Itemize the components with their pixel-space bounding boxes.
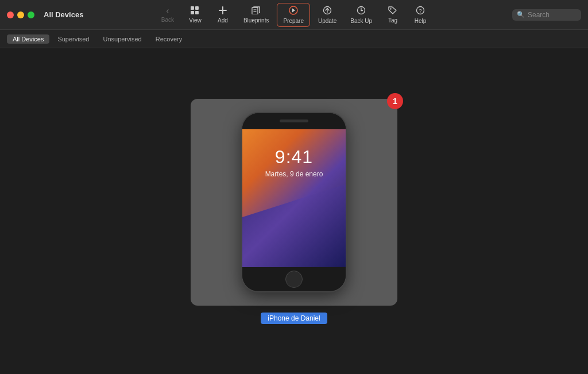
toolbar: ‹ Back View Add xyxy=(155,3,433,27)
device-badge: 1 xyxy=(387,93,403,109)
iphone-illustration: 9:41 Martes, 9 de enero xyxy=(242,113,346,291)
prepare-label: Prepare xyxy=(283,18,304,24)
add-icon xyxy=(219,6,227,16)
filter-all-devices[interactable]: All Devices xyxy=(7,34,49,44)
maximize-button[interactable] xyxy=(28,11,34,18)
add-button[interactable]: Add xyxy=(210,4,235,26)
minimize-button[interactable] xyxy=(17,11,24,18)
lock-date: Martes, 9 de enero xyxy=(265,170,323,178)
help-button[interactable]: ? Help xyxy=(408,3,433,26)
traffic-lights xyxy=(7,11,34,18)
blueprints-icon xyxy=(252,6,261,16)
prepare-button[interactable]: Prepare xyxy=(277,3,310,27)
add-label: Add xyxy=(218,17,228,24)
update-button[interactable]: Update xyxy=(312,3,342,26)
back-label: Back xyxy=(161,17,174,23)
iphone-top xyxy=(242,113,346,129)
help-icon: ? xyxy=(416,6,425,17)
screen-wallpaper: 9:41 Martes, 9 de enero xyxy=(242,129,346,267)
backup-button[interactable]: Back Up xyxy=(345,3,378,26)
view-label: View xyxy=(189,17,202,24)
svg-rect-3 xyxy=(195,11,199,14)
help-label: Help xyxy=(415,18,427,24)
update-icon xyxy=(323,6,332,17)
window-title: All Devices xyxy=(44,10,83,19)
svg-text:?: ? xyxy=(419,8,422,14)
blueprints-label: Blueprints xyxy=(243,17,269,24)
filter-unsupervised[interactable]: Unsupervised xyxy=(97,34,147,44)
tag-label: Tag xyxy=(388,17,397,24)
lock-time: 9:41 xyxy=(275,146,313,168)
tag-button[interactable]: Tag xyxy=(380,4,405,26)
main-content: 1 9:41 Martes, 9 de enero xyxy=(0,48,588,374)
back-icon: ‹ xyxy=(166,6,169,16)
home-button xyxy=(285,271,303,288)
prepare-icon xyxy=(289,6,298,17)
search-icon: 🔍 xyxy=(517,11,525,18)
view-icon xyxy=(191,6,200,16)
iphone-speaker xyxy=(280,119,308,122)
svg-point-15 xyxy=(390,8,391,9)
titlebar: All Devices ‹ Back View xyxy=(0,0,588,30)
svg-rect-2 xyxy=(191,11,194,14)
wallpaper-shape xyxy=(242,184,346,267)
device-wrapper: 1 9:41 Martes, 9 de enero xyxy=(191,99,397,324)
iphone-bottom xyxy=(242,267,346,291)
filter-bar: All Devices Supervised Unsupervised Reco… xyxy=(0,30,588,48)
view-button[interactable]: View xyxy=(183,4,208,26)
device-label[interactable]: iPhone de Daniel xyxy=(261,313,327,324)
tag-icon xyxy=(388,6,397,16)
back-button[interactable]: ‹ Back xyxy=(155,4,180,25)
filter-recovery[interactable]: Recovery xyxy=(150,34,188,44)
close-button[interactable] xyxy=(7,11,14,18)
svg-rect-1 xyxy=(195,6,199,10)
update-label: Update xyxy=(318,18,336,24)
svg-rect-6 xyxy=(252,7,258,14)
backup-icon xyxy=(357,6,366,17)
svg-rect-0 xyxy=(191,6,194,10)
blueprints-button[interactable]: Blueprints xyxy=(238,4,274,26)
search-bar[interactable]: 🔍 Search xyxy=(512,9,581,21)
search-placeholder: Search xyxy=(528,11,550,19)
iphone-screen: 9:41 Martes, 9 de enero xyxy=(242,129,346,267)
backup-label: Back Up xyxy=(350,18,372,24)
device-card[interactable]: 1 9:41 Martes, 9 de enero xyxy=(191,99,397,306)
filter-supervised[interactable]: Supervised xyxy=(52,34,95,44)
